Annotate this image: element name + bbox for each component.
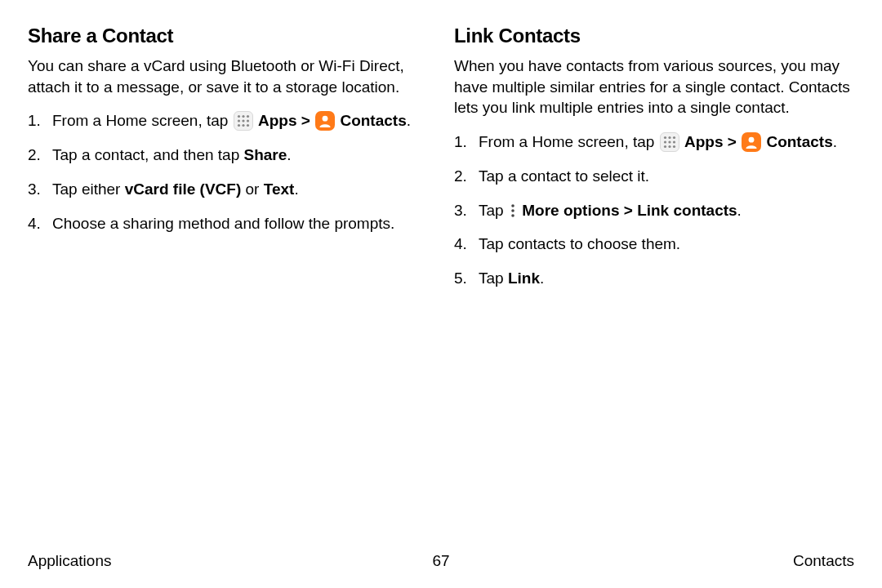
link-step-2: Tap a contact to select it.	[454, 166, 854, 187]
svg-point-11	[668, 136, 670, 139]
svg-point-13	[664, 140, 666, 143]
step-text: Tap	[479, 202, 508, 219]
link-steps: From a Home screen, tap Apps >	[454, 131, 854, 289]
link-step-4: Tap contacts to choose them.	[454, 234, 854, 255]
svg-point-1	[242, 115, 244, 118]
step-text: Tap	[479, 270, 508, 287]
svg-point-10	[664, 136, 666, 139]
svg-point-9	[323, 116, 328, 122]
more-options-icon	[508, 203, 518, 219]
vcf-label: vCard file (VCF)	[125, 180, 242, 198]
contacts-icon	[742, 132, 761, 152]
svg-point-14	[668, 140, 670, 143]
link-contacts-column: Link Contacts When you have contacts fro…	[454, 24, 854, 301]
share-heading: Share a Contact	[28, 24, 428, 47]
share-steps: From a Home screen, tap Apps >	[28, 110, 428, 234]
step-text: Tap a contact, and then tap	[52, 146, 244, 163]
step-text: From a Home screen, tap	[52, 112, 233, 129]
period: .	[833, 133, 837, 150]
page-footer: Applications 67 Contacts	[28, 552, 854, 570]
link-intro: When you have contacts from various sour…	[454, 56, 854, 118]
svg-point-17	[668, 145, 670, 148]
contacts-label: Contacts	[340, 112, 406, 129]
chevron: >	[301, 112, 314, 129]
link-step-1: From a Home screen, tap Apps >	[454, 131, 854, 153]
apps-label: Apps	[258, 112, 297, 129]
step-text: From a Home screen, tap	[479, 133, 659, 150]
period: .	[540, 270, 544, 287]
svg-point-19	[749, 137, 755, 143]
link-label: Link	[508, 270, 540, 287]
page-number: 67	[432, 552, 449, 570]
period: .	[407, 112, 411, 129]
svg-point-4	[242, 120, 244, 122]
share-step-2: Tap a contact, and then tap Share.	[28, 145, 428, 166]
footer-topic: Contacts	[793, 552, 854, 570]
apps-icon	[660, 132, 679, 152]
chevron: >	[728, 133, 741, 150]
svg-point-18	[673, 145, 675, 148]
svg-point-7	[242, 124, 244, 127]
share-step-4: Choose a sharing method and follow the p…	[28, 213, 428, 234]
share-intro: You can share a vCard using Bluetooth or…	[28, 56, 428, 97]
contacts-icon	[315, 111, 335, 131]
link-step-5: Tap Link.	[454, 268, 854, 289]
svg-point-0	[238, 115, 240, 118]
period: .	[287, 146, 291, 163]
share-label: Share	[244, 146, 287, 163]
step-text: Tap either	[52, 180, 125, 198]
svg-point-16	[664, 145, 666, 148]
svg-point-5	[247, 120, 249, 122]
text-label: Text	[264, 180, 295, 198]
svg-point-15	[673, 140, 675, 143]
svg-point-6	[238, 124, 240, 127]
share-contact-column: Share a Contact You can share a vCard us…	[28, 24, 428, 301]
period: .	[294, 180, 298, 198]
share-step-3: Tap either vCard file (VCF) or Text.	[28, 179, 428, 200]
svg-point-3	[238, 120, 240, 122]
svg-point-21	[511, 209, 514, 212]
svg-point-22	[511, 214, 514, 217]
apps-icon	[234, 111, 253, 131]
svg-point-20	[511, 204, 514, 207]
two-column-layout: Share a Contact You can share a vCard us…	[28, 24, 854, 301]
period: .	[737, 202, 742, 219]
link-step-3: Tap More options > Link contacts.	[454, 200, 854, 221]
link-heading: Link Contacts	[454, 24, 854, 47]
step-text: or	[241, 180, 263, 198]
more-options-label: More options > Link contacts	[522, 202, 737, 219]
svg-point-8	[247, 124, 249, 127]
footer-section: Applications	[28, 552, 111, 570]
apps-label: Apps	[684, 133, 724, 150]
contacts-label: Contacts	[766, 133, 832, 150]
svg-point-2	[247, 115, 249, 118]
svg-point-12	[673, 136, 675, 139]
share-step-1: From a Home screen, tap Apps >	[28, 110, 428, 131]
